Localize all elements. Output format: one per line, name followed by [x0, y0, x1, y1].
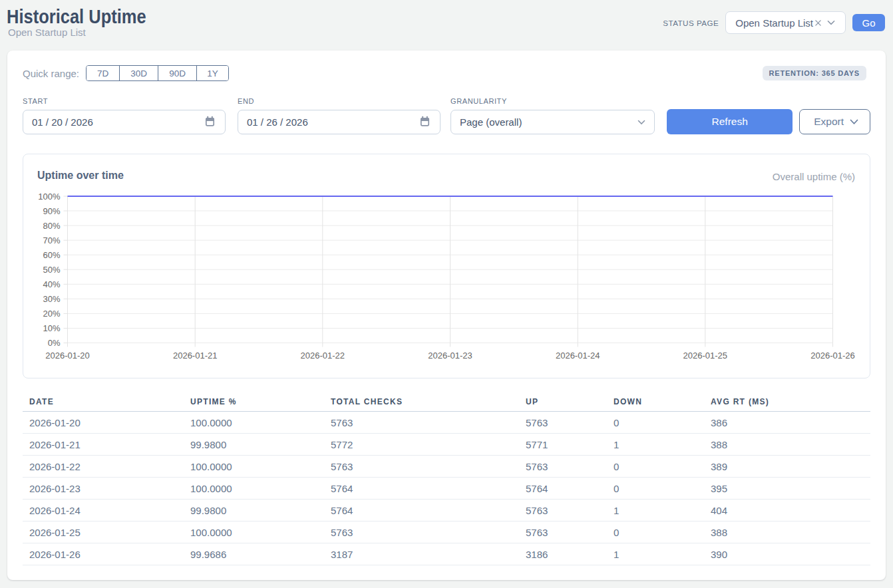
svg-text:70%: 70% — [43, 235, 60, 245]
svg-text:80%: 80% — [43, 221, 60, 231]
svg-text:20%: 20% — [43, 309, 60, 319]
svg-text:60%: 60% — [43, 250, 60, 260]
svg-text:2026-01-23: 2026-01-23 — [428, 351, 472, 361]
svg-text:100%: 100% — [38, 192, 61, 202]
svg-text:2026-01-22: 2026-01-22 — [301, 351, 345, 361]
svg-text:2026-01-21: 2026-01-21 — [173, 351, 218, 361]
svg-text:40%: 40% — [43, 279, 60, 289]
svg-text:50%: 50% — [43, 265, 60, 275]
svg-text:90%: 90% — [43, 206, 60, 216]
svg-text:2026-01-25: 2026-01-25 — [683, 351, 728, 361]
svg-text:30%: 30% — [43, 294, 60, 304]
svg-text:0%: 0% — [48, 338, 61, 348]
svg-text:2026-01-26: 2026-01-26 — [810, 351, 855, 361]
svg-text:2026-01-20: 2026-01-20 — [45, 351, 90, 361]
svg-text:2026-01-24: 2026-01-24 — [556, 351, 600, 361]
svg-text:10%: 10% — [43, 323, 60, 333]
